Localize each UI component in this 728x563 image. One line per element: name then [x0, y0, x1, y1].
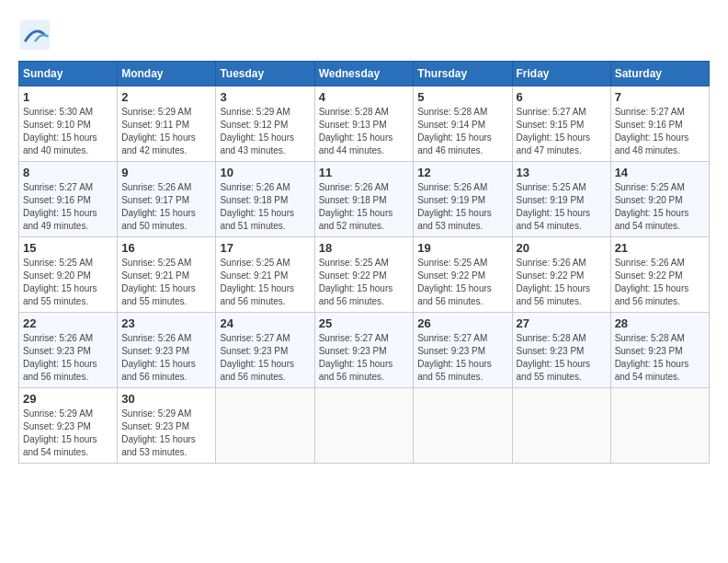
day-info: Sunrise: 5:28 AM Sunset: 9:14 PM Dayligh…: [417, 106, 507, 157]
calendar-cell: 11 Sunrise: 5:26 AM Sunset: 9:18 PM Dayl…: [314, 162, 414, 237]
day-number: 12: [417, 166, 507, 179]
calendar-cell: 24 Sunrise: 5:27 AM Sunset: 9:23 PM Dayl…: [216, 313, 314, 388]
calendar-cell: 3 Sunrise: 5:29 AM Sunset: 9:12 PM Dayli…: [216, 86, 314, 162]
calendar-cell: [216, 388, 314, 464]
day-info: Sunrise: 5:26 AM Sunset: 9:17 PM Dayligh…: [121, 181, 211, 233]
day-number: 5: [417, 90, 507, 104]
calendar-cell: 6 Sunrise: 5:27 AM Sunset: 9:15 PM Dayli…: [512, 86, 610, 162]
day-number: 15: [23, 241, 113, 255]
day-info: Sunrise: 5:26 AM Sunset: 9:23 PM Dayligh…: [121, 332, 211, 384]
calendar-table: SundayMondayTuesdayWednesdayThursdayFrid…: [18, 61, 710, 464]
day-info: Sunrise: 5:26 AM Sunset: 9:19 PM Dayligh…: [417, 181, 507, 233]
calendar-cell: 29 Sunrise: 5:29 AM Sunset: 9:23 PM Dayl…: [19, 388, 118, 464]
day-info: Sunrise: 5:25 AM Sunset: 9:21 PM Dayligh…: [220, 257, 310, 308]
day-number: 6: [517, 90, 607, 104]
calendar-cell: 2 Sunrise: 5:29 AM Sunset: 9:11 PM Dayli…: [118, 86, 216, 162]
calendar-week-row: 22 Sunrise: 5:26 AM Sunset: 9:23 PM Dayl…: [19, 313, 710, 388]
day-info: Sunrise: 5:29 AM Sunset: 9:23 PM Dayligh…: [23, 408, 113, 459]
day-number: 20: [517, 241, 607, 255]
calendar-cell: 13 Sunrise: 5:25 AM Sunset: 9:19 PM Dayl…: [512, 162, 610, 237]
logo-icon: [18, 18, 51, 52]
day-info: Sunrise: 5:27 AM Sunset: 9:16 PM Dayligh…: [615, 106, 705, 157]
day-number: 2: [121, 90, 211, 104]
day-info: Sunrise: 5:29 AM Sunset: 9:11 PM Dayligh…: [121, 106, 211, 157]
day-number: 16: [121, 241, 211, 255]
weekday-header-friday: Friday: [512, 62, 610, 86]
day-number: 13: [517, 166, 607, 179]
calendar-cell: 19 Sunrise: 5:25 AM Sunset: 9:22 PM Dayl…: [414, 237, 512, 313]
calendar-cell: 21 Sunrise: 5:26 AM Sunset: 9:22 PM Dayl…: [610, 237, 709, 313]
day-info: Sunrise: 5:25 AM Sunset: 9:20 PM Dayligh…: [615, 181, 705, 233]
day-number: 1: [23, 90, 113, 104]
day-info: Sunrise: 5:25 AM Sunset: 9:22 PM Dayligh…: [319, 257, 410, 308]
calendar-week-row: 15 Sunrise: 5:25 AM Sunset: 9:20 PM Dayl…: [19, 237, 710, 313]
weekday-header-wednesday: Wednesday: [314, 62, 414, 86]
calendar-cell: 10 Sunrise: 5:26 AM Sunset: 9:18 PM Dayl…: [216, 162, 314, 237]
day-number: 24: [220, 316, 310, 330]
page-header: [18, 18, 710, 52]
day-info: Sunrise: 5:28 AM Sunset: 9:23 PM Dayligh…: [517, 332, 607, 384]
calendar-week-row: 1 Sunrise: 5:30 AM Sunset: 9:10 PM Dayli…: [19, 86, 710, 162]
calendar-cell: [512, 388, 610, 464]
calendar-cell: 20 Sunrise: 5:26 AM Sunset: 9:22 PM Dayl…: [512, 237, 610, 313]
day-info: Sunrise: 5:26 AM Sunset: 9:18 PM Dayligh…: [319, 181, 410, 233]
calendar-cell: 25 Sunrise: 5:27 AM Sunset: 9:23 PM Dayl…: [314, 313, 414, 388]
day-number: 11: [319, 166, 410, 179]
calendar-cell: 23 Sunrise: 5:26 AM Sunset: 9:23 PM Dayl…: [118, 313, 216, 388]
day-info: Sunrise: 5:27 AM Sunset: 9:23 PM Dayligh…: [417, 332, 507, 384]
day-number: 23: [121, 316, 211, 330]
calendar-cell: 14 Sunrise: 5:25 AM Sunset: 9:20 PM Dayl…: [610, 162, 709, 237]
day-number: 29: [23, 392, 113, 406]
calendar-cell: 9 Sunrise: 5:26 AM Sunset: 9:17 PM Dayli…: [118, 162, 216, 237]
calendar-cell: 16 Sunrise: 5:25 AM Sunset: 9:21 PM Dayl…: [118, 237, 216, 313]
day-info: Sunrise: 5:27 AM Sunset: 9:16 PM Dayligh…: [23, 181, 113, 233]
calendar-cell: 4 Sunrise: 5:28 AM Sunset: 9:13 PM Dayli…: [314, 86, 414, 162]
day-number: 4: [319, 90, 410, 104]
day-info: Sunrise: 5:26 AM Sunset: 9:22 PM Dayligh…: [517, 257, 607, 308]
logo: [18, 18, 57, 52]
day-number: 28: [615, 316, 705, 330]
day-number: 21: [615, 241, 705, 255]
weekday-header-sunday: Sunday: [19, 62, 118, 86]
day-info: Sunrise: 5:29 AM Sunset: 9:23 PM Dayligh…: [121, 408, 211, 459]
day-info: Sunrise: 5:25 AM Sunset: 9:22 PM Dayligh…: [417, 257, 507, 308]
day-number: 9: [121, 166, 211, 179]
calendar-cell: 26 Sunrise: 5:27 AM Sunset: 9:23 PM Dayl…: [414, 313, 512, 388]
calendar-cell: 28 Sunrise: 5:28 AM Sunset: 9:23 PM Dayl…: [610, 313, 709, 388]
day-number: 18: [319, 241, 410, 255]
day-number: 10: [220, 166, 310, 179]
day-number: 26: [417, 316, 507, 330]
calendar-week-row: 29 Sunrise: 5:29 AM Sunset: 9:23 PM Dayl…: [19, 388, 710, 464]
weekday-header-tuesday: Tuesday: [216, 62, 314, 86]
day-info: Sunrise: 5:30 AM Sunset: 9:10 PM Dayligh…: [23, 106, 113, 157]
day-number: 25: [319, 316, 410, 330]
day-number: 17: [220, 241, 310, 255]
day-info: Sunrise: 5:29 AM Sunset: 9:12 PM Dayligh…: [220, 106, 310, 157]
day-number: 30: [121, 392, 211, 406]
calendar-cell: 12 Sunrise: 5:26 AM Sunset: 9:19 PM Dayl…: [414, 162, 512, 237]
calendar-cell: 18 Sunrise: 5:25 AM Sunset: 9:22 PM Dayl…: [314, 237, 414, 313]
calendar-cell: [314, 388, 414, 464]
calendar-header-row: SundayMondayTuesdayWednesdayThursdayFrid…: [19, 62, 710, 86]
calendar-cell: 8 Sunrise: 5:27 AM Sunset: 9:16 PM Dayli…: [19, 162, 118, 237]
day-info: Sunrise: 5:26 AM Sunset: 9:23 PM Dayligh…: [23, 332, 113, 384]
calendar-cell: [610, 388, 709, 464]
day-number: 22: [23, 316, 113, 330]
calendar-cell: 27 Sunrise: 5:28 AM Sunset: 9:23 PM Dayl…: [512, 313, 610, 388]
day-number: 7: [615, 90, 705, 104]
calendar-cell: 30 Sunrise: 5:29 AM Sunset: 9:23 PM Dayl…: [118, 388, 216, 464]
calendar-cell: 17 Sunrise: 5:25 AM Sunset: 9:21 PM Dayl…: [216, 237, 314, 313]
day-info: Sunrise: 5:25 AM Sunset: 9:21 PM Dayligh…: [121, 257, 211, 308]
day-info: Sunrise: 5:25 AM Sunset: 9:19 PM Dayligh…: [517, 181, 607, 233]
calendar-cell: [414, 388, 512, 464]
calendar-cell: 22 Sunrise: 5:26 AM Sunset: 9:23 PM Dayl…: [19, 313, 118, 388]
day-info: Sunrise: 5:27 AM Sunset: 9:23 PM Dayligh…: [220, 332, 310, 384]
day-number: 19: [417, 241, 507, 255]
calendar-cell: 7 Sunrise: 5:27 AM Sunset: 9:16 PM Dayli…: [610, 86, 709, 162]
day-info: Sunrise: 5:28 AM Sunset: 9:23 PM Dayligh…: [615, 332, 705, 384]
day-number: 14: [615, 166, 705, 179]
calendar-week-row: 8 Sunrise: 5:27 AM Sunset: 9:16 PM Dayli…: [19, 162, 710, 237]
day-info: Sunrise: 5:27 AM Sunset: 9:23 PM Dayligh…: [319, 332, 410, 384]
day-info: Sunrise: 5:25 AM Sunset: 9:20 PM Dayligh…: [23, 257, 113, 308]
day-number: 27: [517, 316, 607, 330]
